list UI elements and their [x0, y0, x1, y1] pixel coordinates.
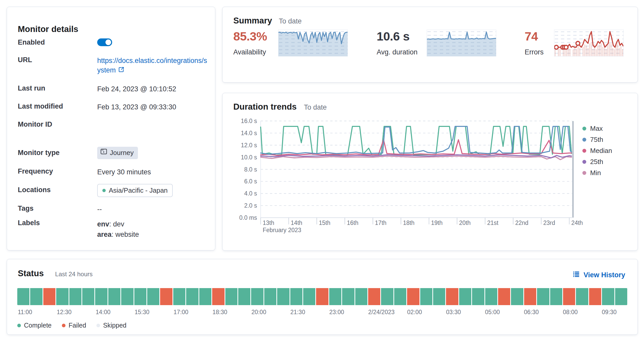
availability-value: 85.3%: [233, 29, 267, 43]
enabled-toggle[interactable]: [97, 38, 112, 46]
status-block-failed[interactable]: [212, 288, 224, 305]
monitor-type-badge: Journey: [97, 147, 138, 159]
status-block-complete[interactable]: [199, 288, 211, 305]
availability-sparkline: [278, 30, 348, 56]
legend-dot-icon: [582, 127, 586, 131]
toggle-knob: [105, 39, 111, 45]
journey-icon: [100, 148, 107, 158]
status-block-complete[interactable]: [56, 288, 68, 305]
status-block-complete[interactable]: [329, 288, 341, 305]
status-block-failed[interactable]: [43, 288, 55, 305]
status-block-complete[interactable]: [550, 288, 562, 305]
status-block-complete[interactable]: [433, 288, 445, 305]
status-block-complete[interactable]: [264, 288, 276, 305]
status-block-complete[interactable]: [290, 288, 302, 305]
monitor-type-label: Monitor type: [18, 149, 93, 157]
monitor-type-value: Journey: [110, 148, 134, 158]
status-block-complete[interactable]: [576, 288, 588, 305]
status-block-complete[interactable]: [30, 288, 42, 305]
errors-sparkline: [554, 30, 624, 56]
legend-item-25th[interactable]: 25th: [582, 156, 612, 167]
status-block-failed[interactable]: [446, 288, 458, 305]
status-legend-failed: Failed: [62, 322, 86, 329]
status-tick-label: 15:30: [135, 309, 150, 316]
legend-item-min[interactable]: Min: [582, 167, 612, 178]
status-block-complete[interactable]: [381, 288, 393, 305]
status-block-failed[interactable]: [563, 288, 575, 305]
status-block-complete[interactable]: [602, 288, 614, 305]
status-block-failed[interactable]: [407, 288, 419, 305]
status-tick-label: 11:00: [18, 309, 32, 316]
status-block-complete[interactable]: [537, 288, 549, 305]
status-block-failed[interactable]: [589, 288, 601, 305]
location-dot-icon: [102, 189, 106, 192]
tags-value: --: [97, 205, 209, 214]
status-legend: CompleteFailedSkipped: [17, 322, 126, 329]
status-block-failed[interactable]: [368, 288, 380, 305]
svg-text:16th: 16th: [347, 219, 358, 226]
summary-title: Summary: [233, 16, 272, 26]
svg-text:14.0 s: 14.0 s: [241, 130, 257, 136]
status-block-complete[interactable]: [485, 288, 497, 305]
status-block-complete[interactable]: [108, 288, 120, 305]
legend-item-median[interactable]: Median: [582, 145, 612, 156]
status-block-failed[interactable]: [160, 288, 172, 305]
status-tick-label: 06:30: [524, 309, 539, 316]
status-block-failed[interactable]: [498, 288, 510, 305]
status-block-complete[interactable]: [615, 288, 627, 305]
avg-duration-sparkline: [427, 30, 496, 56]
legend-item-max[interactable]: Max: [582, 123, 612, 134]
status-block-complete[interactable]: [134, 288, 146, 305]
svg-text:6.0 s: 6.0 s: [244, 178, 257, 185]
view-history-link[interactable]: View History: [573, 271, 625, 280]
status-block-complete[interactable]: [121, 288, 133, 305]
last-run-value: Feb 24, 2023 @ 10:10:52: [97, 84, 209, 94]
status-block-complete[interactable]: [251, 288, 263, 305]
status-block-complete[interactable]: [303, 288, 315, 305]
status-block-complete[interactable]: [511, 288, 523, 305]
legend-dot-icon: [62, 324, 65, 327]
legend-label: Max: [590, 125, 603, 133]
monitor-detail-page: Monitor details Enabled URL https://docs…: [0, 0, 644, 342]
frequency-label: Frequency: [18, 167, 93, 175]
status-block-complete[interactable]: [17, 288, 29, 305]
svg-text:13th: 13th: [263, 219, 274, 226]
status-block-complete[interactable]: [95, 288, 107, 305]
location-value: Asia/Pacific - Japan: [109, 186, 168, 195]
legend-item-75th[interactable]: 75th: [582, 134, 612, 145]
status-tick-label: 18:30: [212, 309, 227, 316]
status-block-complete[interactable]: [82, 288, 94, 305]
status-block-complete[interactable]: [355, 288, 367, 305]
status-block-failed[interactable]: [524, 288, 536, 305]
status-block-complete[interactable]: [472, 288, 484, 305]
status-legend-skipped: Skipped: [96, 322, 126, 329]
status-block-complete[interactable]: [225, 288, 237, 305]
svg-text:23rd: 23rd: [543, 219, 555, 226]
status-block-complete[interactable]: [69, 288, 81, 305]
legend-label: Median: [590, 147, 612, 155]
monitor-id-label: Monitor ID: [18, 120, 93, 128]
tags-label: Tags: [18, 205, 93, 213]
last-modified-value: Feb 13, 2023 @ 09:33:30: [97, 102, 209, 112]
monitor-url-link[interactable]: https://docs.elastic.co/integrations/sys…: [97, 57, 207, 74]
status-tick-label: 21:30: [290, 309, 305, 316]
status-block-complete[interactable]: [459, 288, 471, 305]
external-link-icon: [118, 66, 125, 76]
status-block-complete[interactable]: [394, 288, 406, 305]
location-badge: Asia/Pacific - Japan: [97, 184, 173, 197]
status-timeline-ticks: 11:0012:3014:0015:3017:0018:3020:0021:30…: [17, 309, 627, 316]
status-block-complete[interactable]: [186, 288, 198, 305]
status-block-complete[interactable]: [173, 288, 185, 305]
status-block-complete[interactable]: [238, 288, 250, 305]
duration-trends-chart: 16.0 s14.0 s12.0 s10.0 s8.0 s6.0 s4.0 s2…: [222, 93, 638, 250]
status-block-complete[interactable]: [420, 288, 432, 305]
status-block-failed[interactable]: [316, 288, 328, 305]
svg-text:17th: 17th: [375, 219, 386, 226]
url-label: URL: [18, 56, 93, 64]
enabled-label: Enabled: [18, 38, 93, 46]
svg-text:12.0 s: 12.0 s: [241, 142, 257, 149]
status-block-complete[interactable]: [147, 288, 159, 305]
status-block-complete[interactable]: [342, 288, 354, 305]
status-block-complete[interactable]: [277, 288, 289, 305]
status-tick-label: 03:30: [446, 309, 461, 316]
